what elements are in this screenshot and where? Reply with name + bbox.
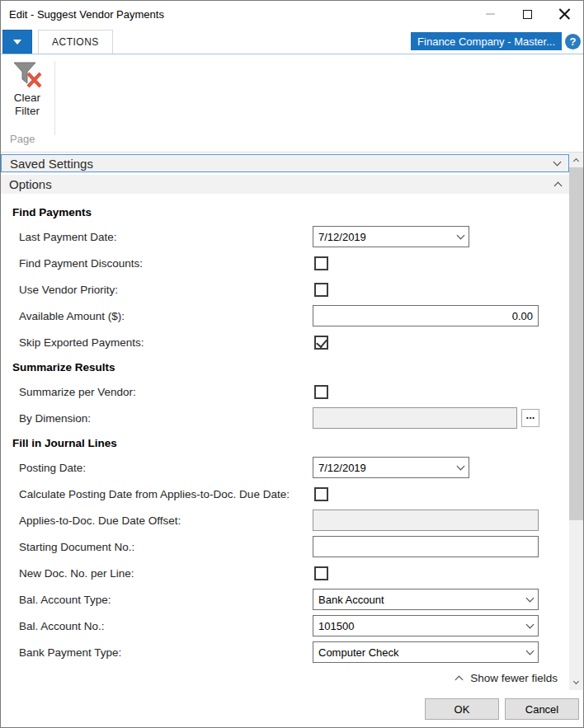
help-icon[interactable]: ? — [565, 34, 581, 49]
field-label: Calculate Posting Date from Applies-to-D… — [1, 488, 313, 500]
combo-value: Bank Account — [318, 594, 384, 606]
close-icon — [558, 8, 571, 21]
field-label: Use Vendor Priority: — [1, 284, 313, 296]
use-vendor-priority-checkbox[interactable] — [314, 283, 328, 297]
field-label: Applies-to-Doc. Due Date Offset: — [1, 514, 313, 527]
scroll-content: Saved Settings Options Find Payments Las… — [1, 153, 569, 690]
options-header[interactable]: Options — [1, 175, 569, 194]
field-row-skip-exported-payments: Skip Exported Payments: — [1, 329, 569, 355]
chevron-down-icon — [526, 646, 535, 655]
dialog-footer: OK Cancel — [1, 690, 583, 728]
available-amount-input[interactable]: 0.00 — [313, 305, 539, 326]
field-row-by-dimension: By Dimension: ... — [1, 405, 569, 431]
saved-settings-header[interactable]: Saved Settings — [1, 154, 569, 172]
ribbon-group-divider — [54, 61, 55, 135]
clear-filter-button[interactable]: Clear Filter — [5, 61, 49, 118]
bank-payment-type-combo[interactable]: Computer Check — [313, 641, 539, 663]
starting-document-no-input[interactable] — [313, 536, 539, 557]
clear-filter-label-2: Filter — [5, 105, 49, 118]
minimize-button — [472, 2, 509, 27]
main-area: Saved Settings Options Find Payments Las… — [1, 153, 583, 690]
show-fewer-fields-label: Show fewer fields — [470, 672, 558, 684]
field-row-summarize-per-vendor: Summarize per Vendor: — [1, 378, 569, 405]
scroll-up-button[interactable] — [569, 153, 583, 167]
section-title-summarize-results: Summarize Results — [1, 355, 569, 378]
system-menu-button[interactable] — [2, 30, 32, 54]
field-label: Summarize per Vendor: — [1, 386, 313, 398]
field-label: Last Payment Date: — [1, 231, 313, 243]
ribbon-group-label: Page — [10, 133, 35, 145]
chevron-down-icon — [457, 462, 465, 470]
field-label: Available Amount ($): — [1, 310, 313, 322]
chevron-up-icon — [573, 158, 579, 164]
posting-date-combo[interactable]: 7/12/2019 — [313, 457, 469, 478]
clear-filter-label-1: Clear — [5, 92, 49, 105]
field-row-bal-account-type: Bal. Account Type: Bank Account — [1, 586, 569, 613]
field-label: Bank Payment Type: — [1, 646, 313, 659]
field-label: Skip Exported Payments: — [1, 336, 313, 349]
tab-actions[interactable]: ACTIONS — [38, 30, 113, 54]
chevron-down-icon — [573, 679, 579, 684]
maximize-icon — [523, 10, 532, 19]
triangle-down-icon — [13, 40, 21, 45]
cancel-button[interactable]: Cancel — [505, 698, 579, 720]
show-fewer-fields-link[interactable]: Show fewer fields — [1, 665, 569, 690]
clear-filter-icon — [12, 61, 43, 89]
chevron-up-icon — [455, 675, 464, 683]
field-label: Find Payment Discounts: — [1, 257, 313, 270]
vertical-scrollbar[interactable] — [569, 153, 583, 690]
scrollbar-thumb[interactable] — [569, 167, 583, 520]
last-payment-date-combo[interactable]: 7/12/2019 — [313, 226, 469, 247]
due-date-offset-input — [313, 510, 539, 531]
dialog-window: Edit - Suggest Vendor Payments ACTIONS F… — [0, 0, 584, 728]
chevron-down-icon — [526, 620, 535, 628]
combo-value: Computer Check — [318, 646, 399, 659]
combo-value: 7/12/2019 — [318, 462, 366, 474]
field-row-new-doc-no-per-line: New Doc. No. per Line: — [1, 560, 569, 586]
chevron-down-icon — [553, 157, 562, 166]
field-row-due-date-offset: Applies-to-Doc. Due Date Offset: — [1, 507, 569, 533]
assist-edit-button[interactable]: ... — [521, 409, 539, 427]
saved-settings-label: Saved Settings — [10, 157, 554, 171]
amount-value: 0.00 — [512, 310, 533, 322]
chevron-down-icon — [526, 594, 535, 602]
ribbon-tabstrip: ACTIONS Finance Company - Master... ? — [1, 27, 583, 54]
chevron-down-icon — [457, 231, 465, 239]
skip-exported-payments-checkbox[interactable] — [314, 336, 328, 350]
combo-value: 101500 — [318, 620, 354, 632]
scroll-down-button[interactable] — [569, 676, 583, 690]
field-row-posting-date: Posting Date: 7/12/2019 — [1, 454, 569, 481]
field-label: By Dimension: — [1, 412, 313, 425]
calc-posting-date-checkbox[interactable] — [314, 487, 328, 501]
field-label: Posting Date: — [1, 462, 313, 474]
combo-value: 7/12/2019 — [318, 231, 366, 243]
field-row-use-vendor-priority: Use Vendor Priority: — [1, 276, 569, 303]
field-row-bal-account-no: Bal. Account No.: 101500 — [1, 613, 569, 639]
bal-account-type-combo[interactable]: Bank Account — [313, 589, 539, 610]
company-badge[interactable]: Finance Company - Master... — [411, 32, 562, 50]
field-label: Bal. Account Type: — [1, 594, 313, 606]
chevron-up-icon — [554, 182, 563, 190]
bal-account-no-combo[interactable]: 101500 — [313, 615, 539, 636]
field-label: Bal. Account No.: — [1, 620, 313, 632]
field-label: Starting Document No.: — [1, 541, 313, 553]
maximize-button[interactable] — [509, 2, 546, 27]
field-row-available-amount: Available Amount ($): 0.00 — [1, 303, 569, 329]
minimize-icon — [486, 13, 495, 15]
field-row-bank-payment-type: Bank Payment Type: Computer Check — [1, 639, 569, 665]
field-row-last-payment-date: Last Payment Date: 7/12/2019 — [1, 223, 569, 250]
ribbon: Clear Filter Page — [1, 54, 583, 153]
field-label: New Doc. No. per Line: — [1, 567, 313, 580]
summarize-per-vendor-checkbox[interactable] — [314, 385, 328, 399]
find-payment-discounts-checkbox[interactable] — [314, 256, 328, 270]
close-button[interactable] — [546, 2, 583, 27]
options-form: Find Payments Last Payment Date: 7/12/20… — [1, 194, 569, 690]
titlebar: Edit - Suggest Vendor Payments — [1, 1, 583, 27]
window-title: Edit - Suggest Vendor Payments — [1, 8, 472, 21]
section-title-fill-in-journal-lines: Fill in Journal Lines — [1, 431, 569, 454]
section-title-find-payments: Find Payments — [1, 200, 569, 223]
new-doc-no-per-line-checkbox[interactable] — [314, 566, 328, 580]
ok-button[interactable]: OK — [425, 698, 499, 720]
field-row-find-payment-discounts: Find Payment Discounts: — [1, 250, 569, 276]
options-label: Options — [9, 177, 555, 191]
